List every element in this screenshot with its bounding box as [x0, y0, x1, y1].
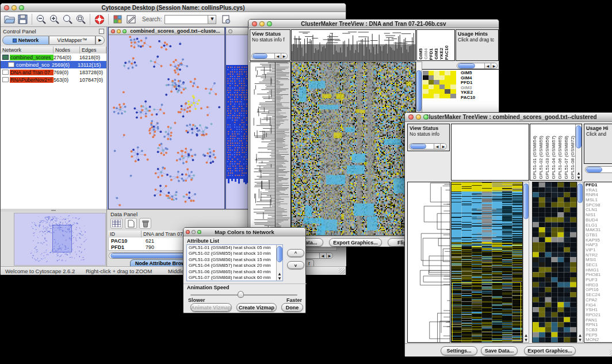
- scroll-left-button[interactable]: ◀: [319, 253, 326, 258]
- tab-vizmapper[interactable]: VizMapper™: [49, 36, 95, 45]
- tv2-heatmap[interactable]: [452, 182, 522, 342]
- network-overview-canvas[interactable]: [14, 213, 106, 266]
- tab-network[interactable]: Network: [2, 36, 49, 45]
- dialog-titlebar[interactable]: Map Colors to Network: [183, 228, 305, 236]
- attribute-list-item[interactable]: GPL51-03 (GSM856) heat shock 15 min: [187, 257, 282, 263]
- tv2-column-label[interactable]: GPL51-04 (GSM857): [550, 136, 557, 179]
- scroll-left-button[interactable]: ◀: [434, 144, 440, 149]
- delete-attribute-icon[interactable]: [139, 218, 151, 229]
- speed-slider-thumb[interactable]: [238, 291, 244, 298]
- tv2-column-label[interactable]: GPL51-01 (GSM854): [531, 136, 538, 179]
- resize-grip[interactable]: [339, 268, 345, 274]
- tv2-collabel-vscrollbar[interactable]: ▲ ▼: [575, 124, 582, 180]
- tv1-column-dendrogram[interactable]: [292, 30, 415, 60]
- scroll-down-button[interactable]: ▼: [577, 338, 583, 342]
- tv2-column-label[interactable]: GPL51-07 (GSM868): [563, 136, 569, 179]
- tv1-column-label[interactable]: GIM3: [434, 48, 439, 60]
- close-button[interactable]: [228, 29, 232, 33]
- save-data-button[interactable]: Save Data...: [481, 346, 518, 355]
- tv2-gene-list[interactable]: PFD1YRA1RNR4MSL1SPC98CLN1NIS1BUD4ELG1MAK…: [584, 182, 612, 343]
- attribute-list-item[interactable]: GPL51-02 (GSM855) heat shock 10 min: [187, 251, 282, 256]
- open-icon[interactable]: [3, 13, 16, 26]
- help-ring-icon[interactable]: [93, 13, 106, 26]
- resize-grip[interactable]: [610, 350, 612, 356]
- network-window-titlebar[interactable]: combined_scores_good.txt--cluste...: [109, 28, 224, 35]
- tv2-zoom-heatmap[interactable]: [533, 182, 576, 342]
- scrollbar-thumb[interactable]: [577, 183, 583, 203]
- network-window-2-titlebar[interactable]: [226, 28, 250, 35]
- tv2-column-label[interactable]: GPL51-03 (GSM856): [544, 136, 550, 179]
- network-table-row[interactable]: RNAPuberNov2+!563(0)107847(0): [1, 76, 106, 83]
- scrollbar-thumb[interactable]: [253, 53, 267, 59]
- network-table-row[interactable]: combined_sco2569(6)13112(15): [1, 61, 106, 68]
- attribute-list-vscrollbar[interactable]: ▲ ▼: [276, 245, 282, 281]
- minimize-button[interactable]: [259, 21, 265, 26]
- scroll-up-button[interactable]: ▲: [576, 171, 582, 175]
- move-down-button[interactable]: v: [287, 261, 304, 269]
- zoom-window-button[interactable]: [423, 114, 429, 120]
- tv2-column-label[interactable]: GPL51-06 (GSM865): [557, 136, 563, 179]
- zoom-window-button[interactable]: [19, 5, 24, 10]
- attribute-list[interactable]: GPL51-01 (GSM854) heat shock 05 minGPL51…: [186, 244, 283, 281]
- tv1-global-hscrollbar[interactable]: ◀ ▶: [457, 63, 498, 69]
- settings-button[interactable]: Settings...: [441, 346, 477, 355]
- scroll-right-button[interactable]: ▶: [440, 144, 446, 149]
- tv2-heatmap-vscrollbar[interactable]: ▲ ▼: [523, 182, 529, 343]
- scrollbar-thumb[interactable]: [523, 183, 529, 219]
- attribute-list-item[interactable]: GPL51-07 (GSM868) heat shock 60 min: [187, 275, 282, 281]
- attribute-table-icon[interactable]: [110, 218, 123, 229]
- scrollbar-thumb[interactable]: [277, 246, 282, 262]
- data-column-header[interactable]: ID: [108, 231, 141, 237]
- minimize-button[interactable]: [117, 29, 121, 33]
- scroll-up-button[interactable]: ▲: [577, 333, 583, 337]
- tv1-column-label[interactable]: YKE2: [439, 48, 444, 60]
- attribute-list-item[interactable]: GPL51-01 (GSM854) heat shock 05 min: [187, 245, 282, 251]
- tv1-column-label[interactable]: PFD1: [429, 48, 434, 60]
- move-up-button[interactable]: ^: [287, 249, 304, 257]
- network-table-row[interactable]: combined_scores_2764(0)16218(0): [1, 53, 106, 61]
- new-attribute-icon[interactable]: [125, 218, 137, 229]
- annotation-icon[interactable]: [124, 13, 137, 26]
- float-panel-icon[interactable]: [99, 29, 104, 34]
- zoom-out-icon[interactable]: [35, 13, 48, 26]
- tv1-column-label[interactable]: GIM4: [423, 48, 429, 60]
- close-button[interactable]: [111, 29, 115, 33]
- vizmapper-icon[interactable]: [111, 13, 124, 26]
- search-input[interactable]: [165, 15, 208, 24]
- export-graphics-button[interactable]: Export Graphics...: [329, 238, 382, 247]
- scroll-right-button[interactable]: ▶: [326, 253, 332, 258]
- tv2-global-hscrollbar[interactable]: [585, 166, 612, 173]
- search-dropdown-button[interactable]: ▼: [208, 15, 216, 24]
- zoom-window-button[interactable]: [123, 29, 127, 33]
- speed-slider-track[interactable]: [190, 294, 297, 296]
- network-view-2-canvas[interactable]: [226, 35, 250, 209]
- tv1-column-label[interactable]: PAC10: [444, 45, 449, 60]
- tv1-status-hscrollbar[interactable]: ◀ ▶: [251, 53, 288, 59]
- minimize-button[interactable]: [416, 114, 421, 120]
- zoom-actual-icon[interactable]: [61, 13, 74, 26]
- column-header-edges[interactable]: Edges: [80, 47, 106, 53]
- zoom-in-icon[interactable]: [48, 13, 61, 26]
- close-button[interactable]: [408, 114, 414, 120]
- scroll-right-button[interactable]: ▶: [281, 53, 287, 59]
- treeview1-titlebar[interactable]: ClusterMaker TreeView : DNA and Tran 07-…: [248, 20, 499, 28]
- zoom-window-button[interactable]: [197, 230, 201, 234]
- scrollbar-thumb[interactable]: [416, 70, 422, 112]
- attribute-list-item[interactable]: GPL51-06 (GSM865) heat shock 40 min: [187, 269, 282, 275]
- scroll-left-button[interactable]: ◀: [484, 63, 491, 68]
- close-button[interactable]: [252, 21, 257, 26]
- scroll-down-button[interactable]: ▼: [277, 276, 282, 280]
- column-header-nodes[interactable]: Nodes: [53, 47, 80, 53]
- attribute-list-item[interactable]: GPL51-04 (GSM857) heat shock 20 min: [187, 263, 282, 269]
- tv2-status-hscrollbar[interactable]: ◀ ▶: [409, 143, 447, 150]
- tv2-row-dendrogram[interactable]: [408, 182, 450, 342]
- scroll-down-button[interactable]: ▼: [523, 338, 529, 342]
- scroll-up-button[interactable]: ▲: [523, 333, 529, 337]
- scrollbar-thumb[interactable]: [410, 144, 426, 149]
- gene-label[interactable]: MON2: [586, 338, 612, 343]
- zoom-window-button[interactable]: [267, 21, 272, 26]
- tv2-zoom-vscrollbar[interactable]: ▲ ▼: [577, 182, 583, 343]
- tv1-zoom-row-label[interactable]: PAC10: [461, 95, 495, 101]
- create-vizmap-button[interactable]: Create Vizmap: [236, 303, 277, 312]
- close-button[interactable]: [4, 5, 9, 10]
